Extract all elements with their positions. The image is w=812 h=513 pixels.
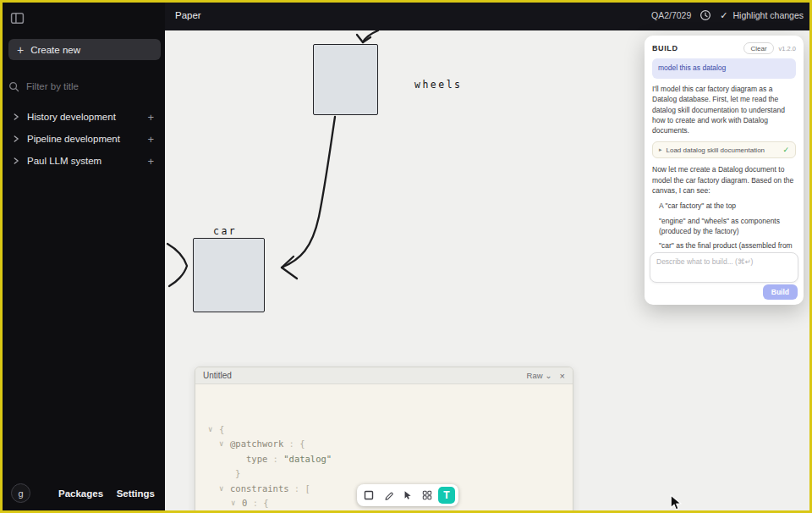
- label-wheels[interactable]: wheels: [414, 79, 463, 91]
- plus-icon: +: [17, 44, 24, 56]
- text-tool-button[interactable]: T: [438, 487, 455, 504]
- chevron-right-icon: [11, 156, 21, 166]
- triangle-right-icon: ▸: [659, 146, 662, 153]
- assistant-message: Now let me create a Datalog document to …: [652, 164, 796, 196]
- build-panel-header: BUILD Clear v1.2.0: [645, 36, 804, 58]
- code-line: ∨ {: [195, 422, 573, 437]
- sidebar-item-paul-llm-system[interactable]: Paul LLM system +: [0, 150, 165, 172]
- tool-call-label: Load datalog skill documentation: [667, 146, 765, 154]
- draw-tool-button[interactable]: [380, 487, 397, 504]
- chevron-right-icon: [11, 134, 21, 144]
- settings-link[interactable]: Settings: [117, 488, 155, 499]
- rectangle-tool-button[interactable]: [360, 487, 377, 504]
- check-icon: ✓: [720, 10, 727, 21]
- page-title: Paper: [175, 10, 201, 20]
- sidebar-toggle-button[interactable]: [8, 8, 26, 27]
- observation-list: A "car factory" at the top "engine" and …: [652, 201, 796, 251]
- sidebar-item-label: History development: [27, 112, 116, 122]
- code-token: "datalog": [283, 454, 332, 464]
- add-document-button[interactable]: +: [147, 155, 154, 168]
- document-tree: History development + Pipeline developme…: [0, 106, 165, 172]
- code-line: }: [195, 466, 573, 482]
- sidebar-item-pipeline-development[interactable]: Pipeline development +: [0, 128, 165, 150]
- create-new-button[interactable]: + Create new: [8, 39, 161, 60]
- add-document-button[interactable]: +: [147, 111, 154, 124]
- code-line: type : "datalog": [195, 451, 573, 466]
- collapse-chevron-icon[interactable]: ∨: [231, 499, 242, 507]
- assistant-message: I'll model this car factory diagram as a…: [652, 84, 796, 136]
- topbar-right: QA2/7029 ✓ Highlight changes: [651, 9, 804, 21]
- create-new-label: Create new: [30, 45, 80, 55]
- list-item: "car" as the final product (assembled fr…: [659, 240, 796, 251]
- avatar-letter: g: [18, 488, 23, 499]
- chevron-down-icon: ⌄: [546, 371, 552, 380]
- code-token: :: [289, 483, 305, 494]
- build-panel-title: BUILD: [652, 44, 678, 52]
- filter-input[interactable]: [26, 81, 161, 91]
- packages-link[interactable]: Packages: [58, 488, 103, 499]
- canvas-toolbar: T: [357, 484, 458, 506]
- history-clock-button[interactable]: [700, 9, 711, 21]
- code-panel-title: Untitled: [203, 371, 232, 380]
- clock-icon: [700, 9, 711, 21]
- filter-row: [8, 78, 161, 95]
- version-label: v1.2.0: [779, 45, 796, 52]
- doc-id-badge: QA2/7029: [651, 10, 691, 20]
- shape-car-rect[interactable]: [193, 238, 265, 312]
- pencil-icon: [383, 490, 393, 500]
- close-icon[interactable]: ×: [560, 371, 565, 381]
- build-prompt-input[interactable]: [650, 252, 798, 283]
- code-token: {: [219, 424, 224, 434]
- build-panel: BUILD Clear v1.2.0 model this as datalog…: [645, 36, 804, 305]
- code-token: {: [263, 498, 268, 508]
- success-check-icon: ✓: [782, 146, 789, 154]
- tool-call-row[interactable]: ▸ Load datalog skill documentation ✓: [652, 141, 796, 158]
- code-token: @patchwork: [230, 439, 283, 449]
- clear-button[interactable]: Clear: [743, 42, 773, 54]
- panel-toggle-icon: [10, 11, 25, 25]
- collapse-chevron-icon[interactable]: ∨: [219, 439, 230, 448]
- sidebar-item-label: Paul LLM system: [27, 156, 102, 166]
- avatar[interactable]: g: [11, 483, 30, 503]
- collapse-chevron-icon[interactable]: ∨: [208, 425, 219, 433]
- raw-mode-dropdown[interactable]: Raw ⌄: [527, 371, 552, 380]
- collapse-chevron-icon[interactable]: ∨: [219, 484, 230, 493]
- code-token: type: [246, 454, 267, 464]
- chevron-right-icon: [11, 112, 21, 122]
- highlight-changes-toggle[interactable]: ✓ Highlight changes: [720, 10, 804, 21]
- code-token: [: [305, 483, 310, 494]
- conversation-area: model this as datalog I'll model this ca…: [645, 58, 804, 251]
- shapes-tool-button[interactable]: [419, 487, 436, 504]
- sidebar-item-label: Pipeline development: [27, 134, 120, 144]
- search-icon: [8, 81, 19, 92]
- code-panel-controls: Raw ⌄ ×: [527, 371, 565, 381]
- sidebar-item-history-development[interactable]: History development +: [0, 106, 165, 128]
- label-car[interactable]: car: [213, 225, 237, 237]
- add-document-button[interactable]: +: [147, 133, 154, 146]
- build-button[interactable]: Build: [763, 284, 798, 300]
- shape-wheels-rect[interactable]: [313, 44, 378, 115]
- cursor-icon: [403, 490, 413, 500]
- shapes-grid-icon: [422, 490, 432, 500]
- code-token: constraints: [230, 483, 289, 494]
- rectangle-icon: [364, 490, 374, 500]
- list-item: A "car factory" at the top: [659, 201, 796, 211]
- code-token: {: [299, 439, 304, 449]
- code-token: :: [247, 498, 263, 508]
- list-item: "engine" and "wheels" as components (pro…: [659, 216, 796, 237]
- sidebar: + Create new History development + Pipel…: [0, 0, 165, 513]
- code-panel-header[interactable]: Untitled Raw ⌄ ×: [195, 367, 573, 384]
- code-token: :: [283, 439, 299, 449]
- user-message: model this as datalog: [652, 58, 796, 79]
- code-line: ∨ @patchwork : {: [195, 437, 573, 452]
- code-token: }: [235, 468, 240, 478]
- topbar: Paper QA2/7029 ✓ Highlight changes: [165, 0, 812, 30]
- code-token: :: [267, 454, 283, 464]
- select-tool-button[interactable]: [399, 487, 416, 504]
- highlight-changes-label: Highlight changes: [733, 10, 804, 20]
- raw-mode-label: Raw: [527, 371, 543, 380]
- text-tool-icon: T: [443, 489, 449, 501]
